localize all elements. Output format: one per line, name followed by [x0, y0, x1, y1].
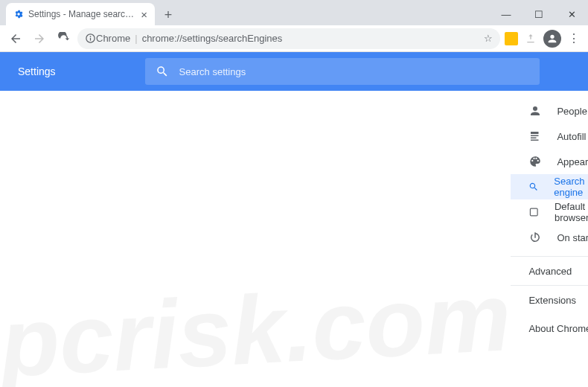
svg-rect-2 [90, 38, 91, 41]
sidebar-extensions[interactable]: Extensions [511, 286, 588, 314]
kebab-menu-icon[interactable]: ⋮ [566, 31, 582, 47]
gear-icon [13, 9, 24, 19]
sidebar-item-label: Appearance [557, 156, 588, 167]
sidebar-item-on-startup[interactable]: On startup [511, 225, 588, 250]
watermark: pcrisk.com [0, 168, 518, 387]
download-icon[interactable] [523, 31, 539, 47]
person-icon [528, 104, 542, 118]
omnibox-separator: | [135, 33, 137, 44]
minimize-button[interactable]: — [490, 3, 523, 25]
toolbar: Chrome | chrome://settings/searchEngines… [0, 25, 588, 52]
forward-button[interactable] [30, 29, 49, 48]
search-icon [156, 65, 169, 78]
settings-search-input[interactable] [179, 66, 529, 77]
app-header: Settings [0, 52, 588, 91]
sidebar: People Autofill Appearance Search engine… [511, 91, 588, 387]
maximize-button[interactable]: ☐ [523, 3, 555, 25]
extensions-label: Extensions [528, 295, 576, 306]
power-icon [528, 231, 542, 244]
settings-search[interactable] [145, 58, 540, 85]
reload-button[interactable] [54, 29, 73, 48]
sidebar-about[interactable]: About Chrome [511, 314, 588, 342]
browser-tab[interactable]: Settings - Manage search engines × [6, 3, 155, 25]
omnibox-url: chrome://settings/searchEngines [142, 33, 283, 44]
sidebar-item-label: On startup [557, 232, 588, 243]
sidebar-item-default-browser[interactable]: Default browser [511, 199, 588, 225]
omnibox-prefix: Chrome [96, 33, 130, 44]
advanced-label: Advanced [528, 266, 572, 277]
address-bar[interactable]: Chrome | chrome://settings/searchEngines… [77, 28, 500, 49]
about-label: About Chrome [528, 323, 588, 334]
chrome-info-icon [85, 33, 96, 44]
sidebar-item-label: People [557, 106, 587, 117]
sidebar-item-appearance[interactable]: Appearance [511, 149, 588, 174]
window-controls: — ☐ ✕ [490, 3, 588, 25]
palette-icon [528, 155, 542, 168]
svg-point-1 [90, 36, 92, 37]
sidebar-item-search-engine[interactable]: Search engine [511, 174, 588, 199]
sidebar-item-autofill[interactable]: Autofill [511, 124, 588, 149]
square-icon [528, 205, 540, 219]
extension-icon[interactable] [505, 32, 518, 45]
search-icon [528, 180, 539, 194]
sidebar-item-label: Search engine [554, 176, 588, 198]
title-bar: Settings - Manage search engines × + — ☐… [0, 0, 588, 25]
sidebar-advanced[interactable]: Advanced [511, 256, 588, 286]
autofill-icon [528, 129, 542, 143]
tab-title: Settings - Manage search engines [28, 9, 138, 19]
close-icon[interactable]: × [141, 8, 147, 21]
close-window-button[interactable]: ✕ [555, 3, 588, 25]
sidebar-item-label: Default browser [555, 201, 588, 223]
header-title: Settings [18, 65, 56, 77]
svg-rect-3 [531, 208, 538, 216]
bookmark-star-icon[interactable]: ☆ [484, 33, 493, 44]
profile-avatar[interactable] [543, 30, 561, 48]
sidebar-item-people[interactable]: People [511, 98, 588, 124]
back-button[interactable] [6, 29, 25, 48]
sidebar-item-label: Autofill [557, 131, 586, 142]
new-tab-button[interactable]: + [158, 4, 179, 25]
